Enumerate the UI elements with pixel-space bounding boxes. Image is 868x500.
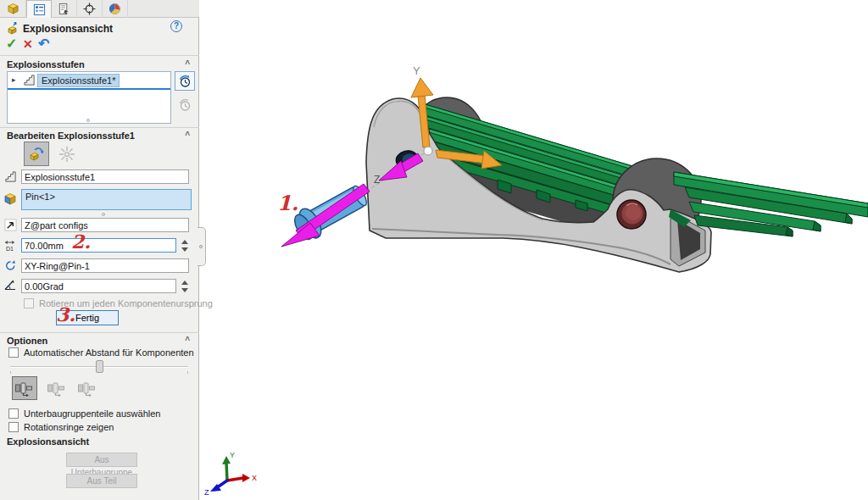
reuse-step-button[interactable] xyxy=(175,71,195,91)
component-selection-box[interactable]: Pin<1> xyxy=(21,189,192,210)
section-explosionsstufen-header[interactable]: Explosionsstufen xyxy=(7,59,85,69)
reuse-step-button-disabled xyxy=(175,95,195,114)
selection-underline xyxy=(8,88,170,90)
section-optionen-header[interactable]: Optionen xyxy=(7,336,47,346)
auto-spacing-label: Automatischer Abstand für Komponenten xyxy=(24,347,194,358)
manipulator-z-label: Z xyxy=(374,174,380,186)
explosion-step-item[interactable]: ▸ Explosionsstufe1* xyxy=(8,72,170,88)
move-part-icon xyxy=(27,145,46,164)
explosion-steps-listbox: ▸ Explosionsstufe1* xyxy=(7,71,171,124)
angle-field[interactable] xyxy=(21,279,176,293)
angle-icon xyxy=(3,278,17,292)
rotate-origin-checkbox xyxy=(24,298,34,308)
stage-name-field[interactable] xyxy=(21,169,189,184)
rotation-rings-label: Rotationsringe zeigen xyxy=(24,422,114,432)
explode-step-icon xyxy=(23,74,36,86)
spacing-style-button-3 xyxy=(75,376,100,400)
property-manager-panel: Explosionsansicht ? ✓ ✕ ↶ Explosionsstuf… xyxy=(0,0,199,500)
from-part-button: Aus Teil xyxy=(66,474,137,488)
angle-spinner[interactable] xyxy=(179,279,190,294)
view-triad-y-label: Y xyxy=(230,451,235,459)
property-manager-icon xyxy=(58,3,70,15)
distance-icon: D1 xyxy=(3,239,17,253)
view-triad-z-label: Z xyxy=(204,488,209,497)
graphics-viewport[interactable]: Y Z 1. Y X Z xyxy=(199,0,868,500)
exploded-view-icon xyxy=(5,21,19,36)
panel-resize-handle[interactable] xyxy=(198,227,206,266)
feature-manager-icon xyxy=(33,3,46,16)
panel-tab-bar xyxy=(0,0,199,18)
component-spacing-icon xyxy=(47,380,67,397)
rotation-axis-icon xyxy=(4,259,17,272)
from-subassembly-button: Aus Unterbaugruppe xyxy=(66,453,137,467)
distance-spinner[interactable] xyxy=(179,238,190,253)
triad-origin[interactable] xyxy=(424,147,432,155)
component-icon xyxy=(3,192,17,206)
clock-arrow-icon xyxy=(178,75,192,88)
explode-step-icon xyxy=(4,170,17,183)
done-button[interactable]: Fertig xyxy=(56,310,119,325)
undo-button[interactable]: ↶ xyxy=(38,36,49,52)
explosion-view-label: Explosionsansicht xyxy=(7,436,89,447)
panel-title: Explosionsansicht xyxy=(23,23,113,35)
view-triad-x-label: X xyxy=(252,474,257,482)
spacing-style-button-2 xyxy=(44,376,70,400)
selection-resize-dot[interactable] xyxy=(102,213,105,216)
direction-field[interactable] xyxy=(21,218,189,232)
configuration-icon xyxy=(108,3,121,15)
translate-mode-button[interactable] xyxy=(24,142,49,166)
part-icon xyxy=(7,3,19,15)
tab-configuration[interactable] xyxy=(103,0,128,18)
rotation-axis-field[interactable] xyxy=(21,258,189,273)
rotation-rings-checkbox[interactable] xyxy=(8,422,19,432)
spacing-style-button-1[interactable] xyxy=(12,376,37,400)
tab-dimxpert[interactable] xyxy=(77,0,103,18)
svg-text:D1: D1 xyxy=(6,246,14,252)
direction-arrow-icon xyxy=(4,219,17,231)
explosion-step-label[interactable]: Explosionsstufe1* xyxy=(37,74,120,87)
tab-part[interactable] xyxy=(1,0,26,18)
collapse-chevron[interactable]: ^ xyxy=(185,131,190,140)
tab-property[interactable] xyxy=(52,0,77,18)
distance-field[interactable] xyxy=(21,238,176,253)
push-button-face xyxy=(626,205,641,220)
component-spacing-icon xyxy=(77,380,97,397)
expand-arrow-icon[interactable]: ▸ xyxy=(12,75,16,84)
rotate-origin-label: Rotieren um jeden Komponentenursprung xyxy=(39,298,213,308)
cancel-button[interactable]: ✕ xyxy=(23,37,33,51)
solidworks-window: Explosionsansicht ? ✓ ✕ ↶ Explosionsstuf… xyxy=(0,0,868,500)
collapse-chevron[interactable]: ^ xyxy=(185,336,190,345)
view-triad xyxy=(210,456,250,492)
help-icon[interactable]: ? xyxy=(170,20,182,32)
radial-explode-button xyxy=(54,142,80,166)
subassembly-parts-checkbox[interactable] xyxy=(8,408,19,419)
spacing-slider-handle[interactable] xyxy=(96,360,103,373)
tab-feature-manager[interactable] xyxy=(26,0,52,18)
auto-spacing-checkbox[interactable] xyxy=(8,347,19,358)
section-bearbeiten-header[interactable]: Bearbeiten Explosionsstufe1 xyxy=(7,131,135,141)
annotation-step-1: 1. xyxy=(277,191,298,215)
manipulator-y-label: Y xyxy=(413,64,420,77)
ok-button[interactable]: ✓ xyxy=(6,36,17,52)
crosshair-icon xyxy=(83,3,96,15)
radial-explode-icon xyxy=(58,145,76,164)
clock-arrow-icon xyxy=(178,98,192,112)
subassembly-parts-label: Unterbaugruppenteile auswählen xyxy=(24,408,160,419)
collapse-chevron[interactable]: ^ xyxy=(185,59,190,69)
listbox-resize-dot[interactable] xyxy=(86,119,90,122)
component-spacing-icon xyxy=(14,380,35,397)
